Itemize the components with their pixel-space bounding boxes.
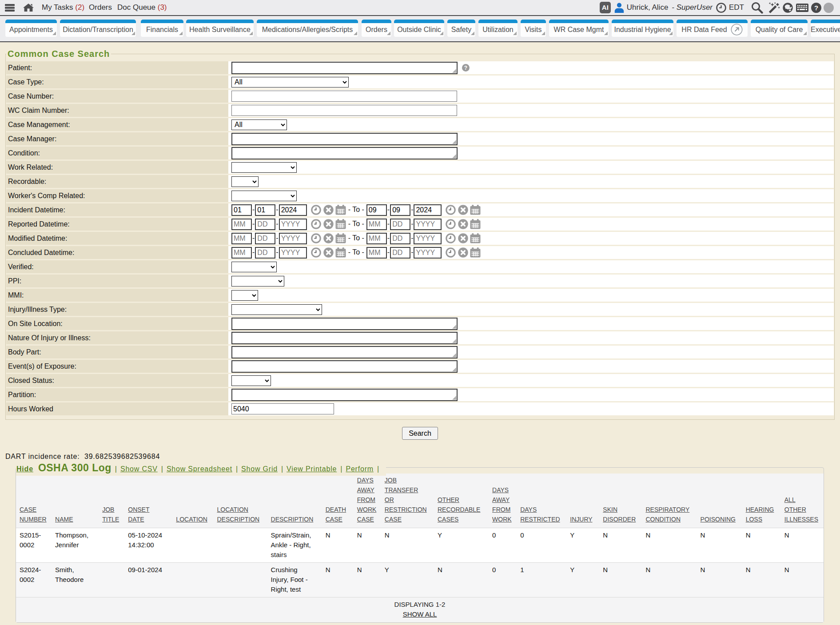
svg-text:?: ? (464, 65, 467, 71)
svg-text:?: ? (814, 4, 818, 11)
